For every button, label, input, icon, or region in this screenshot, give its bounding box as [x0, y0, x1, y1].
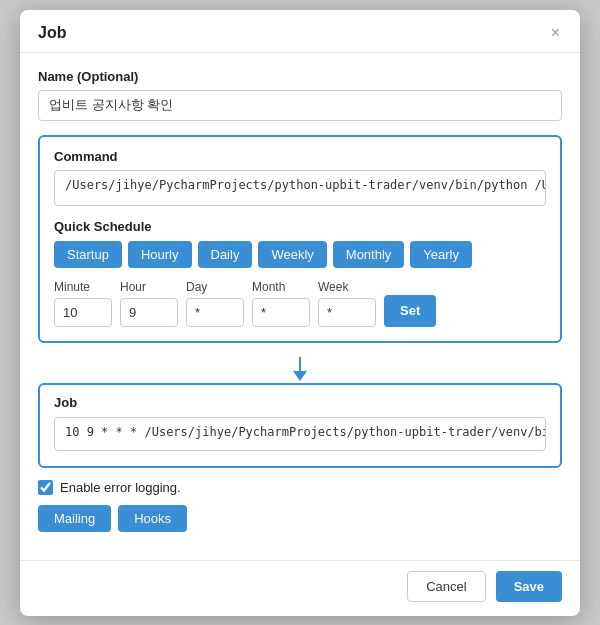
- action-buttons-row: Mailing Hooks: [38, 505, 562, 532]
- command-input[interactable]: /Users/jihye/PycharmProjects/python-upbi…: [54, 170, 546, 206]
- yearly-button[interactable]: Yearly: [410, 241, 472, 268]
- error-logging-label: Enable error logging.: [60, 480, 181, 495]
- minute-input[interactable]: [54, 298, 112, 327]
- quick-schedule-label: Quick Schedule: [54, 219, 546, 234]
- day-input[interactable]: [186, 298, 244, 327]
- save-button[interactable]: Save: [496, 571, 562, 602]
- hooks-button[interactable]: Hooks: [118, 505, 187, 532]
- close-button[interactable]: ×: [549, 25, 562, 41]
- week-field: Week: [318, 280, 376, 327]
- dialog-title: Job: [38, 24, 66, 42]
- hour-label: Hour: [120, 280, 178, 294]
- name-field-group: Name (Optional): [38, 69, 562, 121]
- daily-button[interactable]: Daily: [198, 241, 253, 268]
- command-schedule-box: Command /Users/jihye/PycharmProjects/pyt…: [38, 135, 562, 343]
- job-output-box: Job 10 9 * * * /Users/jihye/PycharmProje…: [38, 383, 562, 468]
- job-output-label: Job: [54, 395, 546, 410]
- arrow-area: [38, 357, 562, 381]
- job-dialog: Job × Name (Optional) Command /Users/jih…: [20, 10, 580, 616]
- arrow-down-icon: [293, 357, 307, 381]
- hourly-button[interactable]: Hourly: [128, 241, 192, 268]
- name-label: Name (Optional): [38, 69, 562, 84]
- startup-button[interactable]: Startup: [54, 241, 122, 268]
- hour-field: Hour: [120, 280, 178, 327]
- weekly-button[interactable]: Weekly: [258, 241, 326, 268]
- command-label: Command: [54, 149, 546, 164]
- week-input[interactable]: [318, 298, 376, 327]
- day-field: Day: [186, 280, 244, 327]
- cancel-button[interactable]: Cancel: [407, 571, 485, 602]
- month-field: Month: [252, 280, 310, 327]
- quick-schedule-buttons: Startup Hourly Daily Weekly Monthly Year…: [54, 241, 546, 268]
- day-label: Day: [186, 280, 244, 294]
- name-input[interactable]: [38, 90, 562, 121]
- job-output-input[interactable]: 10 9 * * * /Users/jihye/PycharmProjects/…: [54, 417, 546, 451]
- dialog-body: Name (Optional) Command /Users/jihye/Pyc…: [20, 53, 580, 560]
- error-logging-row: Enable error logging.: [38, 480, 562, 495]
- dialog-footer: Cancel Save: [20, 560, 580, 616]
- month-label: Month: [252, 280, 310, 294]
- cron-fields-row: Minute Hour Day Month Week: [54, 280, 546, 327]
- mailing-button[interactable]: Mailing: [38, 505, 111, 532]
- month-input[interactable]: [252, 298, 310, 327]
- hour-input[interactable]: [120, 298, 178, 327]
- error-logging-checkbox[interactable]: [38, 480, 53, 495]
- monthly-button[interactable]: Monthly: [333, 241, 405, 268]
- dialog-header: Job ×: [20, 10, 580, 53]
- minute-label: Minute: [54, 280, 112, 294]
- week-label: Week: [318, 280, 376, 294]
- minute-field: Minute: [54, 280, 112, 327]
- set-button[interactable]: Set: [384, 295, 436, 327]
